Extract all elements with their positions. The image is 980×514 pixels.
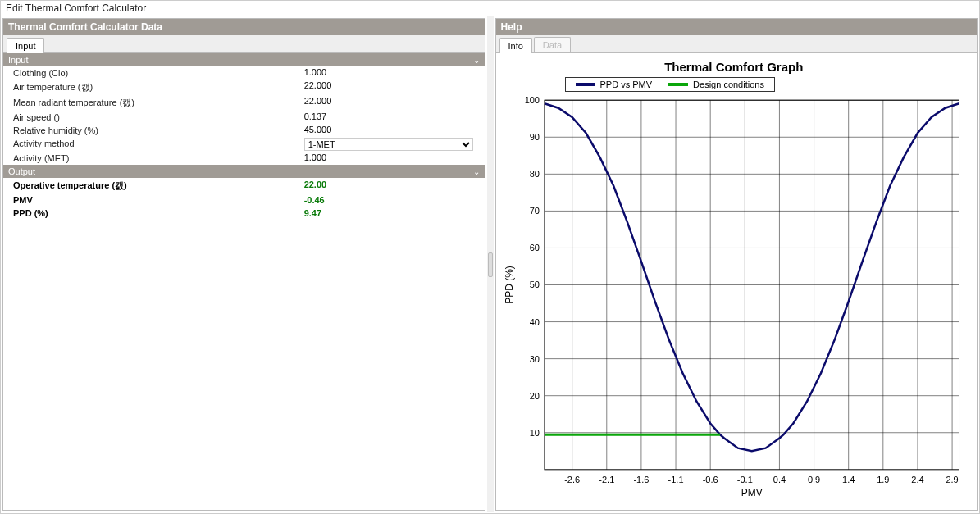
input-field[interactable] xyxy=(304,96,473,106)
legend-label: PPD vs PMV xyxy=(600,80,653,89)
svg-text:70: 70 xyxy=(529,206,539,216)
input-value-cell xyxy=(302,111,485,124)
input-label: Activity (MET) xyxy=(3,152,302,165)
svg-text:-0.6: -0.6 xyxy=(702,475,718,484)
input-field[interactable] xyxy=(304,67,473,77)
svg-text:90: 90 xyxy=(529,132,539,142)
chevron-down-icon: ⌄ xyxy=(473,56,480,65)
svg-text:50: 50 xyxy=(529,280,539,290)
input-value-cell xyxy=(302,124,485,137)
window-title: Edit Thermal Comfort Calculator xyxy=(1,1,979,16)
legend-label: Design conditions xyxy=(693,80,764,89)
input-grid: Clothing (Clo)Air temperature (캜)Mean ra… xyxy=(3,66,485,165)
output-value: 22.00 xyxy=(302,178,485,193)
output-section-header[interactable]: Output ⌄ xyxy=(3,165,485,178)
svg-text:-2.6: -2.6 xyxy=(564,475,580,484)
svg-text:60: 60 xyxy=(529,243,539,252)
svg-text:2.9: 2.9 xyxy=(946,475,958,484)
output-label: PMV xyxy=(3,193,302,207)
input-section-label: Input xyxy=(8,55,28,65)
input-field[interactable] xyxy=(304,125,473,134)
output-label: Operative temperature (캜) xyxy=(3,178,302,193)
legend-item-ppd: PPD vs PMV xyxy=(576,80,653,89)
chart-area: Thermal Comfort Graph PPD vs PMV Design … xyxy=(496,53,978,510)
tab-data: Data xyxy=(534,37,571,52)
svg-text:100: 100 xyxy=(524,95,539,105)
svg-text:1.4: 1.4 xyxy=(842,475,855,484)
svg-text:0.4: 0.4 xyxy=(773,475,785,484)
splitter[interactable] xyxy=(487,16,494,512)
tab-info[interactable]: Info xyxy=(499,38,532,53)
output-label: PPD (%) xyxy=(3,207,302,220)
svg-text:-2.1: -2.1 xyxy=(599,475,614,484)
output-value: -0.46 xyxy=(302,193,485,207)
splitter-grip-icon xyxy=(488,252,493,277)
svg-text:-1.1: -1.1 xyxy=(668,475,683,484)
input-value-cell xyxy=(302,152,485,165)
svg-text:2.4: 2.4 xyxy=(911,475,923,484)
input-value-cell xyxy=(302,66,485,80)
help-pane-header: Help xyxy=(496,19,978,35)
svg-text:40: 40 xyxy=(529,317,539,327)
svg-text:20: 20 xyxy=(529,391,539,401)
legend-item-design: Design conditions xyxy=(668,80,764,89)
input-field[interactable] xyxy=(304,152,473,162)
svg-text:30: 30 xyxy=(529,354,539,364)
output-section-label: Output xyxy=(8,166,35,176)
output-grid: Operative temperature (캜)22.00PMV-0.46PP… xyxy=(3,178,485,220)
svg-text:1.9: 1.9 xyxy=(877,475,889,484)
input-value-cell: 1-MET xyxy=(302,137,485,152)
output-value: 9.47 xyxy=(302,207,485,220)
svg-text:PPD (%): PPD (%) xyxy=(503,266,514,304)
svg-text:-1.6: -1.6 xyxy=(633,475,649,484)
input-value-cell xyxy=(302,95,485,111)
input-section-header[interactable]: Input ⌄ xyxy=(3,53,485,66)
input-value-cell xyxy=(302,80,485,95)
chart-plot: -2.6-2.1-1.6-1.1-0.6-0.10.40.91.41.92.42… xyxy=(499,95,969,501)
input-label: Air temperature (캜) xyxy=(3,80,302,95)
svg-text:10: 10 xyxy=(529,428,539,438)
svg-text:-0.1: -0.1 xyxy=(736,475,752,484)
chart-legend: PPD vs PMV Design conditions xyxy=(565,77,775,92)
input-label: Activity method xyxy=(3,137,302,152)
tab-input[interactable]: Input xyxy=(7,38,44,53)
svg-text:PMV: PMV xyxy=(741,487,762,498)
input-label: Mean radiant temperature (캜) xyxy=(3,95,302,111)
chevron-down-icon: ⌄ xyxy=(473,167,480,176)
data-pane-header: Thermal Comfort Calculator Data xyxy=(3,19,485,35)
data-tab-strip: Input xyxy=(3,35,485,53)
activity-method-select[interactable]: 1-MET xyxy=(304,138,473,151)
svg-text:0.9: 0.9 xyxy=(807,475,819,484)
help-tab-strip: Info Data xyxy=(496,35,978,53)
input-label: Air speed () xyxy=(3,111,302,124)
input-field[interactable] xyxy=(304,80,473,90)
input-label: Relative humidity (%) xyxy=(3,124,302,137)
help-pane: Help Info Data Thermal Comfort Graph PPD… xyxy=(495,18,978,511)
data-pane: Thermal Comfort Calculator Data Input In… xyxy=(2,18,485,511)
input-field[interactable] xyxy=(304,111,473,121)
svg-text:80: 80 xyxy=(529,169,539,179)
legend-swatch xyxy=(668,83,688,86)
chart-title: Thermal Comfort Graph xyxy=(499,58,969,75)
legend-swatch xyxy=(576,83,595,86)
input-label: Clothing (Clo) xyxy=(3,66,302,80)
